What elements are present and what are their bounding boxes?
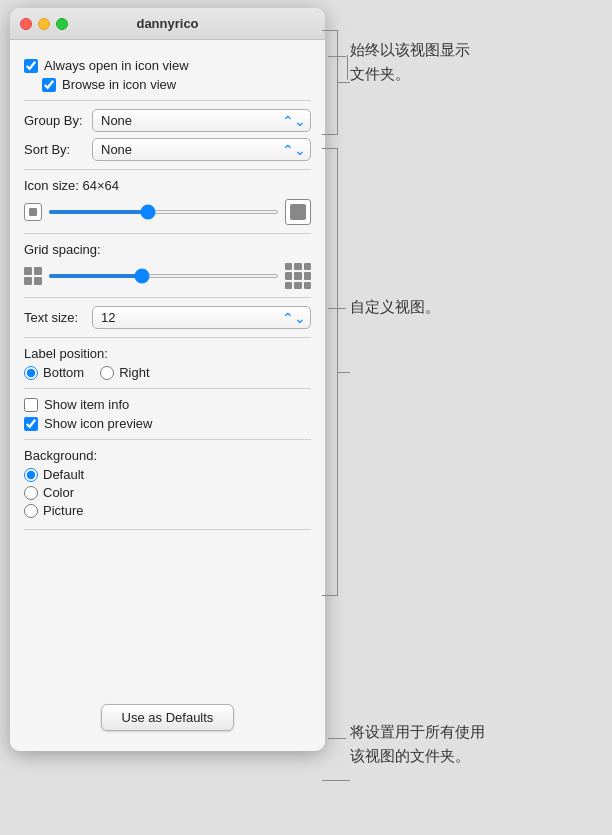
close-button[interactable]	[20, 18, 32, 30]
sort-by-select[interactable]: None Name Kind Date Modified	[92, 138, 311, 161]
bracket-bottom-connector	[338, 780, 350, 781]
show-icon-preview-label: Show icon preview	[44, 416, 152, 431]
maximize-button[interactable]	[56, 18, 68, 30]
bg-color-radio[interactable]	[24, 486, 38, 500]
grid-spacing-slider-row	[24, 263, 311, 289]
bg-default-label: Default	[43, 467, 84, 482]
bracket-bottom	[322, 780, 338, 781]
label-position-section: Label position: Bottom Right	[24, 338, 311, 389]
callout-top-vline	[347, 55, 348, 80]
label-right-option: Right	[100, 365, 149, 380]
show-section: Show item info Show icon preview	[24, 389, 311, 440]
grid-spacing-section: Grid spacing:	[24, 234, 311, 298]
view-options-section: Always open in icon view Browse in icon …	[24, 50, 311, 101]
icon-small	[24, 203, 42, 221]
grid-icon-large	[285, 263, 311, 289]
callout-bottom-line	[328, 738, 346, 739]
text-size-label: Text size:	[24, 310, 84, 325]
bg-picture-option: Picture	[24, 503, 311, 518]
use-as-defaults-button[interactable]: Use as Defaults	[101, 704, 235, 731]
window-body: Always open in icon view Browse in icon …	[10, 40, 325, 751]
text-size-wrapper: 10 11 12 13 14 16 ⌃⌄	[92, 306, 311, 329]
icon-size-value: 64×64	[83, 178, 120, 193]
show-icon-preview-row: Show icon preview	[24, 416, 311, 431]
callout-middle: 自定义视图。	[350, 298, 440, 317]
icon-size-slider[interactable]	[48, 210, 279, 214]
grid-spacing-label: Grid spacing:	[24, 242, 311, 257]
icon-size-text: Icon size:	[24, 178, 79, 193]
traffic-lights	[20, 18, 68, 30]
group-by-wrapper: None Name Kind Date Modified ⌃⌄	[92, 109, 311, 132]
text-size-row: Text size: 10 11 12 13 14 16 ⌃⌄	[24, 306, 311, 329]
group-sort-section: Group By: None Name Kind Date Modified ⌃…	[24, 101, 311, 170]
icon-large	[285, 199, 311, 225]
show-item-info-checkbox[interactable]	[24, 398, 38, 412]
background-section: Background: Default Color Picture	[24, 440, 311, 530]
window-title: dannyrico	[136, 16, 198, 31]
bracket-middle	[322, 148, 338, 596]
callout-bottom-text: 将设置用于所有使用该视图的文件夹。	[350, 723, 485, 764]
label-position-label: Label position:	[24, 346, 311, 361]
bg-color-option: Color	[24, 485, 311, 500]
grid-icon-small	[24, 267, 42, 285]
callout-top-text: 始终以该视图显示文件夹。	[350, 41, 470, 82]
background-label: Background:	[24, 448, 311, 463]
label-right-text: Right	[119, 365, 149, 380]
icon-size-section: Icon size: 64×64	[24, 170, 311, 234]
browse-label: Browse in icon view	[62, 77, 176, 92]
callout-middle-text: 自定义视图。	[350, 298, 440, 315]
label-position-radio-row: Bottom Right	[24, 365, 311, 380]
show-item-info-row: Show item info	[24, 397, 311, 412]
bg-default-radio[interactable]	[24, 468, 38, 482]
svg-rect-0	[29, 208, 37, 216]
bg-picture-radio[interactable]	[24, 504, 38, 518]
sort-by-row: Sort By: None Name Kind Date Modified ⌃⌄	[24, 138, 311, 161]
svg-rect-1	[290, 204, 306, 220]
title-bar: dannyrico	[10, 8, 325, 40]
bg-color-label: Color	[43, 485, 74, 500]
always-open-checkbox[interactable]	[24, 59, 38, 73]
show-icon-preview-checkbox[interactable]	[24, 417, 38, 431]
group-by-label: Group By:	[24, 113, 84, 128]
label-bottom-option: Bottom	[24, 365, 84, 380]
label-bottom-radio[interactable]	[24, 366, 38, 380]
sort-by-label: Sort By:	[24, 142, 84, 157]
bracket-middle-connector	[338, 372, 350, 373]
always-open-label: Always open in icon view	[44, 58, 189, 73]
always-open-row: Always open in icon view	[24, 58, 311, 73]
callout-top: 始终以该视图显示文件夹。	[350, 38, 470, 86]
minimize-button[interactable]	[38, 18, 50, 30]
main-window: dannyrico Always open in icon view Brows…	[10, 8, 325, 751]
label-right-radio[interactable]	[100, 366, 114, 380]
bracket-top	[322, 30, 338, 135]
show-item-info-label: Show item info	[44, 397, 129, 412]
callout-bottom: 将设置用于所有使用该视图的文件夹。	[350, 720, 485, 768]
empty-section	[24, 530, 311, 690]
icon-size-slider-row	[24, 199, 311, 225]
sort-by-wrapper: None Name Kind Date Modified ⌃⌄	[92, 138, 311, 161]
group-by-row: Group By: None Name Kind Date Modified ⌃…	[24, 109, 311, 132]
grid-spacing-slider[interactable]	[48, 274, 279, 278]
icon-size-label: Icon size: 64×64	[24, 178, 311, 193]
label-bottom-text: Bottom	[43, 365, 84, 380]
browse-checkbox[interactable]	[42, 78, 56, 92]
bracket-top-connector	[338, 82, 350, 83]
defaults-section: Use as Defaults	[24, 690, 311, 741]
group-by-select[interactable]: None Name Kind Date Modified	[92, 109, 311, 132]
bg-default-option: Default	[24, 467, 311, 482]
browse-row: Browse in icon view	[24, 77, 311, 92]
text-size-select[interactable]: 10 11 12 13 14 16	[92, 306, 311, 329]
bg-picture-label: Picture	[43, 503, 83, 518]
text-size-section: Text size: 10 11 12 13 14 16 ⌃⌄	[24, 298, 311, 338]
callout-container: 始终以该视图显示文件夹。 自定义视图。 将设置用于所有使用该视图的文件夹。	[340, 0, 600, 835]
